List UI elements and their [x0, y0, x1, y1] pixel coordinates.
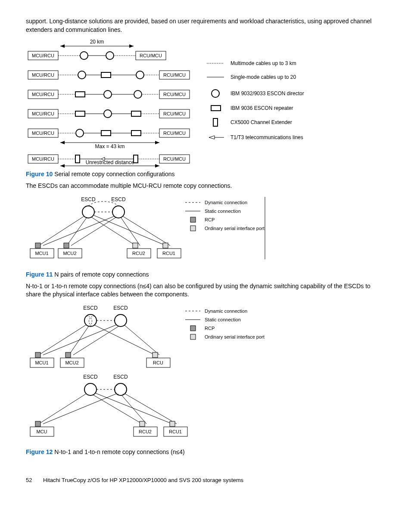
after-fig11-text: N-to-1 or 1-to-n remote copy connections… — [26, 282, 385, 299]
svg-rect-38 — [75, 111, 85, 116]
svg-text:CX5000 Channel Extender: CX5000 Channel Extender — [230, 119, 292, 125]
svg-line-147 — [95, 393, 172, 424]
figure-12-caption: Figure 12 N-to-1 and 1-to-n remote copy … — [26, 448, 385, 455]
page-footer: 52 Hitachi TrueCopy z/OS for HP XP12000/… — [26, 477, 385, 483]
svg-text:MCU/RCU: MCU/RCU — [32, 72, 54, 78]
svg-text:MCU2: MCU2 — [65, 360, 78, 365]
svg-text:ESCD: ESCD — [113, 305, 128, 311]
svg-rect-116 — [190, 217, 196, 222]
svg-rect-153 — [170, 421, 175, 426]
svg-line-130 — [124, 325, 159, 355]
svg-text:Single-mode cables up to 20: Single-mode cables up to 20 — [230, 74, 296, 80]
figure-10-title: Serial remote copy connection configurat… — [54, 171, 174, 177]
svg-marker-1 — [60, 44, 65, 48]
svg-marker-73 — [155, 164, 159, 168]
svg-point-7 — [80, 52, 88, 59]
svg-rect-67 — [134, 155, 138, 163]
svg-line-128 — [43, 325, 116, 355]
svg-rect-118 — [190, 226, 196, 231]
svg-rect-42 — [131, 111, 141, 116]
svg-text:ESCD: ESCD — [83, 305, 98, 311]
svg-line-145 — [39, 394, 86, 424]
svg-rect-99 — [35, 243, 40, 248]
svg-text:Dynamic connection: Dynamic connection — [205, 200, 247, 205]
svg-line-126 — [69, 326, 89, 355]
svg-text:MCU2: MCU2 — [63, 251, 76, 256]
svg-text:RCU/MCU: RCU/MCU — [163, 72, 186, 78]
svg-text:Multimode cables up to 3 km: Multimode cables up to 3 km — [230, 60, 296, 66]
svg-text:RCU/MCU: RCU/MCU — [140, 53, 162, 58]
svg-text:MCU/RCU: MCU/RCU — [32, 111, 54, 116]
svg-text:RCU1: RCU1 — [169, 429, 182, 434]
svg-rect-101 — [133, 243, 138, 248]
svg-rect-51 — [101, 131, 111, 136]
svg-text:IBM 9036 ESCON repeater: IBM 9036 ESCON repeater — [230, 105, 293, 111]
svg-rect-27 — [75, 92, 85, 97]
footer-doc-title: Hitachi TrueCopy z/OS for HP XP12000/XP1… — [43, 477, 243, 483]
svg-rect-64 — [75, 155, 80, 163]
svg-line-95 — [43, 216, 114, 246]
figure-12-diagram: ESCD ESCD MCU1 MCU2 RCU ESCD ESCD MCU — [26, 303, 385, 447]
svg-rect-132 — [65, 352, 71, 358]
svg-point-16 — [78, 71, 86, 79]
svg-marker-58 — [60, 141, 65, 144]
svg-rect-81 — [211, 106, 221, 111]
svg-point-142 — [84, 383, 97, 395]
svg-marker-59 — [155, 141, 159, 144]
svg-line-146 — [93, 395, 142, 424]
svg-point-9 — [106, 52, 114, 59]
svg-rect-164 — [190, 326, 196, 331]
svg-point-88 — [82, 206, 94, 218]
svg-rect-131 — [35, 352, 40, 358]
svg-marker-72 — [60, 164, 65, 168]
svg-line-148 — [43, 394, 116, 424]
figure-10-label: Figure 10 — [26, 171, 53, 177]
svg-text:MCU/RCU: MCU/RCU — [32, 131, 54, 136]
svg-text:MCU1: MCU1 — [35, 251, 48, 256]
figure-11-title: N pairs of remote copy connections — [54, 271, 149, 278]
svg-text:MCU1: MCU1 — [35, 360, 48, 365]
svg-point-40 — [104, 110, 112, 118]
figure-11-caption: Figure 11 N pairs of remote copy connect… — [26, 271, 385, 278]
intro-paragraph: support. Long-distance solutions are pro… — [26, 17, 385, 34]
svg-text:Static connection: Static connection — [205, 317, 241, 322]
svg-text:Static connection: Static connection — [205, 208, 241, 214]
svg-point-31 — [134, 90, 142, 98]
svg-rect-83 — [213, 118, 218, 126]
svg-point-49 — [76, 129, 84, 137]
figure-11-label: Figure 11 — [26, 271, 53, 278]
figure-10-diagram: 20 km MCU/RCU RCU/MCU MCU/RCU RCU/MCU MC… — [26, 38, 385, 169]
svg-text:Max = 43 km: Max = 43 km — [95, 143, 125, 149]
svg-line-150 — [125, 394, 177, 424]
after-fig10-text: The ESCDs can accommodate multiple MCU-R… — [26, 182, 385, 190]
svg-text:RCU2: RCU2 — [139, 429, 152, 434]
svg-text:Unrestricted distance: Unrestricted distance — [86, 159, 134, 165]
svg-text:IBM 9032/9033 ESCON director: IBM 9032/9033 ESCON director — [230, 90, 304, 96]
svg-point-29 — [104, 90, 112, 98]
svg-rect-152 — [140, 421, 145, 426]
svg-marker-2 — [129, 44, 134, 48]
svg-point-79 — [212, 90, 219, 97]
svg-text:RCU: RCU — [153, 360, 163, 365]
svg-text:RCU/MCU: RCU/MCU — [163, 92, 186, 97]
svg-text:ESCD: ESCD — [111, 196, 126, 202]
svg-text:MCU/RCU: MCU/RCU — [32, 53, 54, 58]
figure-11-diagram: ESCD ESCD MCU1 MCU2 RCU2 RCU1 Dynamic co… — [26, 195, 385, 269]
figure-12-label: Figure 12 — [26, 448, 53, 455]
svg-point-143 — [115, 383, 127, 395]
svg-rect-18 — [101, 72, 111, 78]
svg-rect-102 — [163, 243, 168, 248]
page-number: 52 — [26, 477, 32, 483]
svg-text:RCU/MCU: RCU/MCU — [163, 131, 186, 136]
svg-text:Dynamic connection: Dynamic connection — [205, 308, 247, 314]
svg-text:RCU1: RCU1 — [162, 251, 175, 256]
svg-line-93 — [91, 217, 136, 246]
svg-text:MCU: MCU — [36, 429, 47, 434]
svg-text:RCP: RCP — [205, 326, 215, 331]
svg-point-20 — [136, 71, 144, 79]
svg-text:T1/T3 telecommunications lines: T1/T3 telecommunications lines — [230, 134, 303, 140]
figure-12-title: N-to-1 and 1-to-n remote copy connection… — [54, 448, 185, 455]
svg-text:ESCD: ESCD — [113, 374, 128, 380]
svg-text:RCU2: RCU2 — [132, 251, 145, 256]
svg-line-97 — [121, 217, 140, 246]
